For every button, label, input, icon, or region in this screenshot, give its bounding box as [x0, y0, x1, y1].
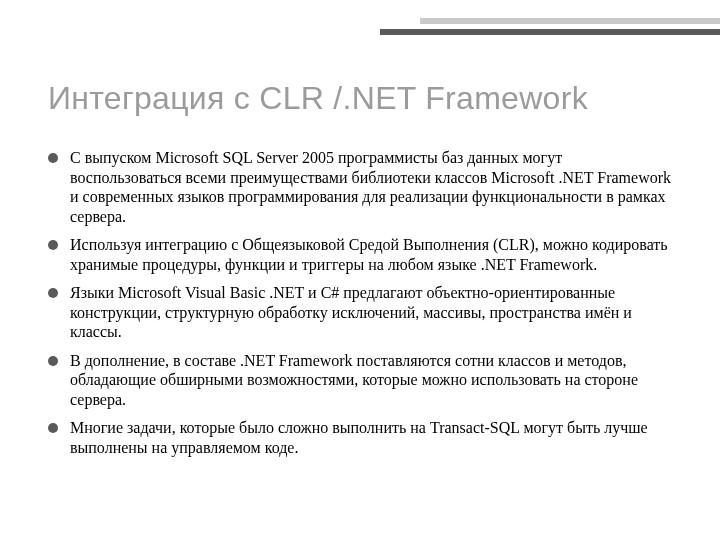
bullet-list: С выпуском Microsoft SQL Server 2005 про… — [48, 148, 676, 457]
slide: Интеграция с CLR /.NET Framework С выпус… — [0, 0, 720, 540]
decorative-bar-dark — [380, 29, 720, 35]
list-item: С выпуском Microsoft SQL Server 2005 про… — [48, 148, 676, 226]
list-item: Используя интеграцию с Общеязыковой Сред… — [48, 235, 676, 274]
list-item: В дополнение, в составе .NET Framework п… — [48, 351, 676, 410]
slide-title: Интеграция с CLR /.NET Framework — [48, 80, 680, 117]
decorative-bar-light — [420, 18, 720, 24]
list-item: Языки Microsoft Visual Basic .NET и C# п… — [48, 283, 676, 342]
slide-body: С выпуском Microsoft SQL Server 2005 про… — [48, 148, 676, 466]
list-item: Многие задачи, которые было сложно выпол… — [48, 418, 676, 457]
decorative-bars — [380, 18, 720, 40]
